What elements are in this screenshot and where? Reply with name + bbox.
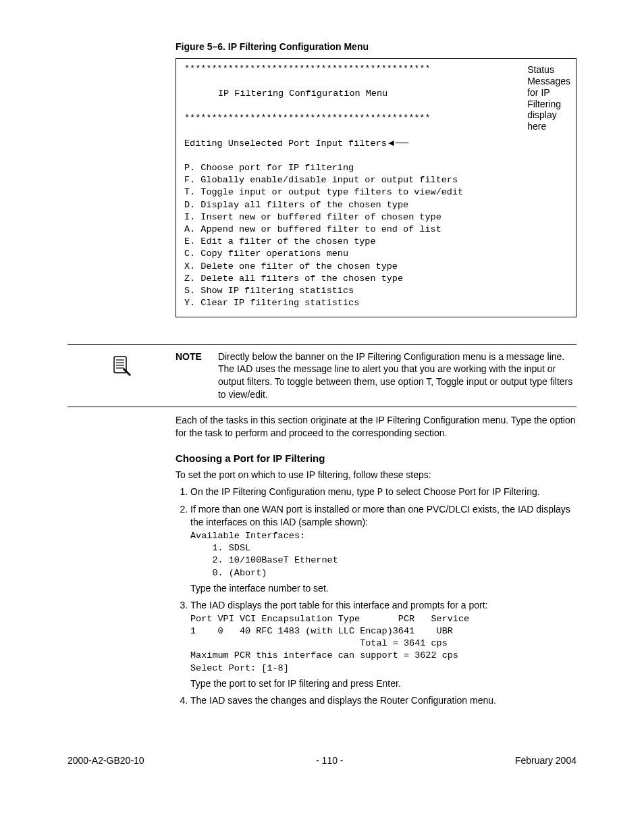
- menu-item-c: C. Copy filter operations menu: [184, 248, 568, 260]
- intro-paragraph: Each of the tasks in this section origin…: [176, 414, 576, 440]
- menu-blank4: [184, 150, 568, 162]
- section-heading: Choosing a Port for IP Filtering: [176, 452, 576, 465]
- menu-stars-top: ****************************************…: [184, 63, 568, 75]
- status-annotation: StatusMessagesfor IPFilteringdisplayhere: [527, 64, 570, 132]
- footer-right: February 2004: [515, 754, 576, 766]
- step-4: The IAD saves the changes and displays t…: [190, 694, 576, 707]
- page-footer: 2000-A2-GB20-10 - 110 - February 2004: [68, 754, 576, 766]
- footer-left: 2000-A2-GB20-10: [68, 754, 144, 766]
- menu-item-t: T. Toggle input or output type filters t…: [184, 186, 568, 199]
- menu-item-p: P. Choose port for IP filtering: [184, 162, 568, 174]
- note-label: NOTE: [176, 350, 202, 402]
- menu-blank3: [184, 124, 568, 136]
- menu-stars-bottom: ****************************************…: [184, 112, 568, 124]
- steps-list: On the IP Filtering Configuration menu, …: [176, 486, 576, 706]
- menu-item-z: Z. Delete all filters of the chosen type: [184, 273, 568, 285]
- step-3: The IAD displays the port table for this…: [190, 599, 576, 690]
- menu-editing-line: Editing Unselected Port Input filters◄──: [184, 137, 568, 150]
- menu-item-x: X. Delete one filter of the chosen type: [184, 261, 568, 273]
- interfaces-block: Available Interfaces: 1. SDSL 2. 10/100B…: [190, 530, 576, 579]
- menu-item-a: A. Append new or buffered filter to end …: [184, 224, 568, 236]
- menu-blank: [184, 75, 568, 87]
- step-2: If more than one WAN port is installed o…: [190, 503, 576, 595]
- note-block: NOTE Directly below the banner on the IP…: [68, 344, 576, 408]
- menu-blank2: [184, 100, 568, 112]
- menu-item-s: S. Show IP filtering statistics: [184, 285, 568, 297]
- footer-center: - 110 -: [316, 754, 343, 766]
- note-icon: [109, 355, 134, 379]
- menu-item-f: F. Globally enable/disable input or outp…: [184, 174, 568, 186]
- port-table-block: Port VPI VCI Encapsulation Type PCR Serv…: [190, 613, 576, 675]
- menu-item-i: I. Insert new or buffered filter of chos…: [184, 211, 568, 224]
- step-3-after: Type the port to set for IP filtering an…: [190, 678, 401, 689]
- configuration-menu-box: StatusMessagesfor IPFilteringdisplayhere…: [176, 58, 576, 317]
- note-text: Directly below the banner on the IP Filt…: [218, 350, 576, 402]
- menu-item-y: Y. Clear IP filtering statistics: [184, 297, 568, 309]
- step-2-after: Type the interface number to set.: [190, 583, 329, 594]
- figure-caption: Figure 5–6. IP Filtering Configuration M…: [176, 41, 576, 53]
- menu-item-d: D. Display all filters of the chosen typ…: [184, 199, 568, 211]
- menu-item-e: E. Edit a filter of the chosen type: [184, 236, 568, 248]
- menu-title: IP Filtering Configuration Menu: [184, 88, 568, 100]
- key-p: P: [377, 487, 383, 498]
- section-lead: To set the port on which to use IP filte…: [176, 469, 576, 481]
- step-1: On the IP Filtering Configuration menu, …: [190, 486, 576, 499]
